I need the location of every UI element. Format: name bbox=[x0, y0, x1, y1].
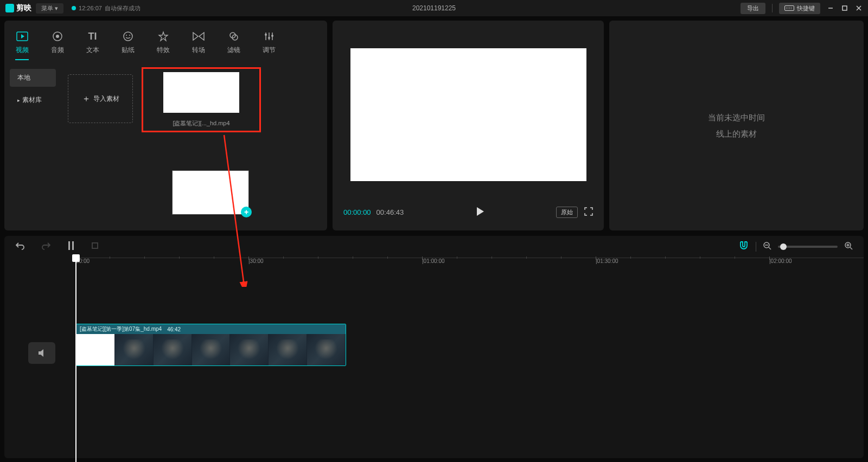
shortcuts-label: 快捷键 bbox=[797, 4, 815, 12]
chevron-right-icon: ▸ bbox=[17, 98, 20, 103]
timeline-toolbar-right bbox=[738, 241, 853, 253]
ruler-tick-minor: . bbox=[700, 258, 701, 264]
timeline-playhead[interactable] bbox=[75, 256, 76, 462]
svg-point-16 bbox=[265, 34, 267, 36]
effect-icon bbox=[157, 30, 169, 42]
ruler-tick-minor: . bbox=[630, 258, 632, 264]
divider bbox=[756, 242, 756, 252]
sticker-icon bbox=[122, 30, 134, 42]
export-button[interactable]: 导出 bbox=[741, 3, 765, 14]
plus-icon: ＋ bbox=[82, 93, 91, 105]
import-button[interactable]: ＋ 导入素材 bbox=[68, 74, 133, 123]
tab-label: 转场 bbox=[192, 46, 205, 55]
titlebar-right: 导出 快捷键 bbox=[741, 3, 863, 14]
main-area: 视频 音频 TI 文本 贴纸 特效 转场 bbox=[0, 16, 868, 230]
svg-rect-24 bbox=[72, 241, 74, 250]
delete-button[interactable] bbox=[91, 242, 99, 252]
svg-marker-12 bbox=[199, 33, 204, 40]
tab-label: 调节 bbox=[263, 46, 276, 55]
ruler-tick: |30:00 bbox=[248, 258, 264, 264]
inspector-panel: 当前未选中时间 线上的素材 bbox=[609, 21, 864, 230]
shortcuts-button[interactable]: 快捷键 bbox=[779, 3, 820, 14]
clip-frame bbox=[230, 334, 269, 366]
timeline-clip-title: [盗墓笔记][第一季]第07集_hd.mp4 bbox=[80, 325, 162, 333]
text-icon: TI bbox=[87, 30, 99, 42]
keyboard-icon bbox=[784, 5, 794, 11]
svg-line-28 bbox=[769, 247, 771, 249]
aspect-ratio-button[interactable]: 原始 bbox=[556, 207, 578, 218]
zoom-out-button[interactable] bbox=[763, 241, 771, 252]
tab-video[interactable]: 视频 bbox=[4, 26, 40, 59]
import-label: 导入素材 bbox=[93, 94, 119, 104]
filter-icon bbox=[228, 30, 240, 42]
ruler-tick-minor: . bbox=[735, 258, 736, 264]
timeline-clip[interactable]: [盗墓笔记][第一季]第07集_hd.mp4 46:42 bbox=[76, 324, 346, 366]
preview-canvas bbox=[340, 28, 596, 201]
save-time: 12:26:07 bbox=[79, 5, 102, 11]
svg-marker-22 bbox=[477, 207, 484, 216]
svg-point-7 bbox=[56, 35, 59, 38]
tab-audio[interactable]: 音频 bbox=[40, 26, 75, 59]
media-clip-name: [盗墓笔记][..._hd.mp4 bbox=[173, 119, 229, 127]
inspector-empty-text: 当前未选中时间 线上的素材 bbox=[708, 110, 765, 142]
fullscreen-button[interactable] bbox=[584, 207, 593, 217]
add-clip-icon[interactable]: + bbox=[241, 207, 252, 217]
save-status: 12:26:07 自动保存成功 bbox=[72, 4, 141, 12]
tab-filter[interactable]: 滤镜 bbox=[216, 26, 251, 59]
magnet-button[interactable] bbox=[738, 241, 749, 253]
track-mute-button[interactable] bbox=[28, 342, 55, 364]
tab-sticker[interactable]: 贴纸 bbox=[110, 26, 145, 59]
close-button[interactable] bbox=[855, 4, 863, 12]
video-icon bbox=[16, 30, 28, 42]
ruler-tick-minor: . bbox=[353, 258, 354, 264]
clip-frame bbox=[192, 334, 231, 366]
tab-effect[interactable]: 特效 bbox=[145, 26, 181, 59]
timeline-ruler[interactable]: 00:00 . . . . |30:00 . . . . |01:00:00 .… bbox=[74, 258, 864, 271]
timeline-toolbar bbox=[4, 236, 864, 258]
redo-button[interactable] bbox=[41, 241, 51, 252]
svg-rect-25 bbox=[92, 243, 98, 248]
svg-marker-5 bbox=[21, 34, 24, 39]
media-content: ＋ 导入素材 [盗墓笔记][..._hd.mp4 + bbox=[61, 59, 327, 230]
ruler-tick-minor: . bbox=[457, 258, 458, 264]
media-tabs: 视频 音频 TI 文本 贴纸 特效 转场 bbox=[4, 21, 327, 59]
ruler-tick-minor: . bbox=[144, 258, 146, 264]
adjust-icon bbox=[263, 30, 275, 42]
svg-point-8 bbox=[124, 32, 132, 41]
clip-frame bbox=[269, 334, 307, 366]
sidebar-item-local[interactable]: 本地 bbox=[10, 69, 56, 87]
undo-button[interactable] bbox=[15, 241, 25, 252]
tab-text[interactable]: TI 文本 bbox=[75, 26, 110, 59]
dragging-clip-thumbnail[interactable]: + bbox=[172, 170, 249, 215]
timeline-clip-duration: 46:42 bbox=[167, 326, 181, 332]
ruler-tick-minor: . bbox=[179, 258, 181, 264]
ruler-tick-minor: . bbox=[214, 258, 215, 264]
ruler-tick: |01:00:00 bbox=[422, 258, 445, 264]
zoom-in-button[interactable] bbox=[844, 241, 853, 252]
project-name: 202101191225 bbox=[412, 4, 456, 12]
app-name: 剪映 bbox=[16, 3, 31, 13]
play-button[interactable] bbox=[476, 207, 484, 218]
time-duration: 00:46:43 bbox=[376, 208, 404, 216]
ruler-tick: |01:30:00 bbox=[596, 258, 618, 264]
minimize-button[interactable] bbox=[827, 4, 834, 12]
menu-dropdown[interactable]: 菜单 ▾ bbox=[36, 3, 63, 14]
sidebar-label: 素材库 bbox=[22, 96, 42, 104]
split-button[interactable] bbox=[67, 241, 75, 253]
tab-adjust[interactable]: 调节 bbox=[251, 26, 286, 59]
clip-frame bbox=[115, 334, 154, 366]
inspector-empty-l2: 线上的素材 bbox=[708, 126, 765, 142]
tab-label: 贴纸 bbox=[122, 46, 135, 55]
preview-frame[interactable] bbox=[350, 48, 586, 181]
zoom-slider-thumb[interactable] bbox=[780, 243, 787, 250]
tab-label: 音频 bbox=[51, 46, 64, 55]
svg-point-9 bbox=[126, 35, 127, 36]
media-clip-thumbnail[interactable] bbox=[163, 72, 239, 113]
ruler-tick-minor: . bbox=[665, 258, 667, 264]
maximize-button[interactable] bbox=[841, 4, 848, 12]
svg-point-18 bbox=[268, 37, 270, 39]
sidebar-item-library[interactable]: ▸素材库 bbox=[10, 91, 56, 109]
zoom-slider[interactable] bbox=[778, 246, 838, 248]
tab-transition[interactable]: 转场 bbox=[181, 26, 216, 59]
svg-marker-11 bbox=[193, 33, 198, 40]
